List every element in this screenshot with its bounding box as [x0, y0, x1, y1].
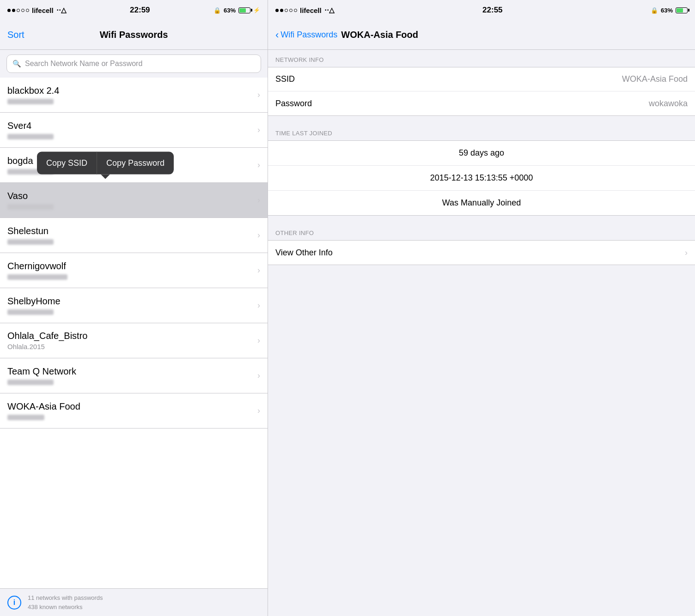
battery-fill-right — [677, 8, 683, 12]
timestamp-row: 2015-12-13 15:13:55 +0000 — [268, 166, 695, 191]
network-name: Team Q Network — [7, 366, 257, 377]
network-name: Chernigovwolf — [7, 261, 257, 272]
other-info-card: View Other Info › — [268, 240, 695, 265]
time-left: 22:59 — [130, 6, 150, 15]
dot-r2 — [280, 9, 283, 12]
charging-icon-left: ⚡ — [253, 7, 260, 13]
status-bar-left: lifecell ⋅⋅△ 22:59 🔒 63% ⚡ — [0, 0, 268, 20]
back-button[interactable]: ‹ Wifi Passwords — [275, 29, 337, 41]
right-panel-bg — [268, 265, 695, 616]
lock-icon-left: 🔒 — [213, 7, 221, 14]
time-right: 22:55 — [482, 6, 502, 15]
network-content: Vaso — [7, 191, 257, 210]
chevron-right-icon: › — [257, 406, 260, 416]
view-other-info-label: View Other Info — [275, 248, 333, 258]
network-password-blur — [7, 99, 54, 104]
dot-1 — [7, 9, 11, 12]
network-name: Shelestun — [7, 226, 257, 236]
chevron-right-icon: › — [257, 160, 260, 170]
time-last-joined-header: TIME LAST JOINED — [268, 123, 695, 140]
status-right-right: 🔒 63% — [651, 7, 688, 14]
timestamp-value: 2015-12-13 15:13:55 +0000 — [430, 173, 533, 183]
signal-dots-right — [275, 9, 297, 12]
dot-5 — [26, 9, 29, 12]
list-item[interactable]: ShelbyHome › — [0, 288, 268, 323]
context-menu: Copy SSID Copy Password — [37, 151, 174, 174]
network-list: blackbox 2.4 › Sver4 › bogda › Copy SSID… — [0, 78, 268, 588]
search-bar[interactable]: 🔍 Search Network Name or Password — [6, 54, 261, 73]
network-name: Sver4 — [7, 121, 257, 131]
chevron-right-icon: › — [257, 266, 260, 275]
chevron-right-icon-other: › — [685, 248, 688, 258]
ssid-label: SSID — [275, 74, 295, 84]
back-label: Wifi Passwords — [280, 30, 337, 40]
copy-password-button[interactable]: Copy Password — [97, 151, 174, 174]
network-password-blur — [7, 134, 54, 139]
search-placeholder: Search Network Name or Password — [25, 60, 142, 68]
info-icon[interactable]: i — [7, 596, 21, 610]
time-card: 59 days ago 2015-12-13 15:13:55 +0000 Wa… — [268, 140, 695, 216]
sort-button[interactable]: Sort — [7, 30, 24, 40]
nav-bar-left: Sort Wifi Passwords — [0, 20, 268, 50]
ssid-value: WOKA-Asia Food — [622, 74, 688, 84]
battery-icon-right — [676, 7, 688, 13]
list-item[interactable]: blackbox 2.4 › — [0, 78, 268, 113]
list-item[interactable]: Chernigovwolf › — [0, 253, 268, 288]
list-item[interactable]: Ohlala_Cafe_Bistro Ohlala.2015 › — [0, 323, 268, 358]
battery-fill-left — [239, 8, 246, 12]
context-menu-arrow — [101, 174, 110, 179]
network-info-header: NETWORK INFO — [268, 50, 695, 67]
battery-icon-left — [238, 7, 250, 13]
dot-r1 — [275, 9, 279, 12]
ssid-row: SSID WOKA-Asia Food — [268, 67, 695, 91]
network-password-blur — [7, 239, 54, 245]
network-name: Ohlala_Cafe_Bistro — [7, 331, 257, 341]
manually-joined-value: Was Manually Joined — [442, 198, 521, 208]
days-ago-row: 59 days ago — [268, 141, 695, 166]
list-item[interactable]: bogda › Copy SSID Copy Password — [0, 148, 268, 183]
left-panel: lifecell ⋅⋅△ 22:59 🔒 63% ⚡ Sort Wifi Pas… — [0, 0, 268, 616]
network-content: Ohlala_Cafe_Bistro Ohlala.2015 — [7, 331, 257, 350]
right-panel: lifecell ⋅⋅△ 22:55 🔒 63% ‹ Wifi Password… — [268, 0, 695, 616]
list-item[interactable]: Shelestun › — [0, 218, 268, 253]
network-content: ShelbyHome — [7, 296, 257, 315]
search-icon: 🔍 — [12, 60, 21, 68]
network-content: blackbox 2.4 — [7, 85, 257, 104]
list-item[interactable]: Vaso › — [0, 183, 268, 218]
copy-ssid-button[interactable]: Copy SSID — [37, 151, 97, 174]
network-password-blur — [7, 415, 44, 420]
list-item[interactable]: Team Q Network › — [0, 358, 268, 393]
dot-r3 — [285, 9, 288, 12]
network-content: Team Q Network — [7, 366, 257, 385]
manually-joined-row: Was Manually Joined — [268, 191, 695, 215]
chevron-right-icon: › — [257, 90, 260, 100]
list-item[interactable]: WOKA-Asia Food › — [0, 393, 268, 429]
network-name: ShelbyHome — [7, 296, 257, 307]
status-left-right: lifecell ⋅⋅△ — [275, 6, 335, 14]
carrier-name-right: lifecell — [300, 6, 322, 14]
wifi-icon-left: ⋅⋅△ — [56, 6, 67, 14]
other-info-header: OTHER INFO — [268, 223, 695, 240]
list-item[interactable]: Sver4 › — [0, 113, 268, 148]
nav-bar-right: ‹ Wifi Passwords WOKA-Asia Food — [268, 20, 695, 50]
password-label: Password — [275, 99, 312, 109]
dot-3 — [17, 9, 20, 12]
dot-4 — [21, 9, 24, 12]
network-sub: Ohlala.2015 — [7, 343, 257, 350]
info-text: 11 networks with passwords 438 known net… — [28, 593, 103, 611]
info-line1: 11 networks with passwords — [28, 593, 103, 603]
network-content: Chernigovwolf — [7, 261, 257, 280]
days-ago-value: 59 days ago — [459, 148, 504, 158]
view-other-info-row[interactable]: View Other Info › — [268, 241, 695, 265]
bottom-info-bar: i 11 networks with passwords 438 known n… — [0, 588, 268, 616]
section-gap-1 — [268, 116, 695, 123]
chevron-right-icon: › — [257, 336, 260, 345]
carrier-name-left: lifecell — [32, 6, 54, 14]
chevron-right-icon: › — [257, 195, 260, 205]
status-left: lifecell ⋅⋅△ — [7, 6, 67, 14]
chevron-right-icon: › — [257, 371, 260, 380]
network-password-blur — [7, 309, 54, 315]
battery-pct-left: 63% — [224, 7, 236, 14]
section-gap-2 — [268, 216, 695, 223]
dot-r5 — [294, 9, 297, 12]
